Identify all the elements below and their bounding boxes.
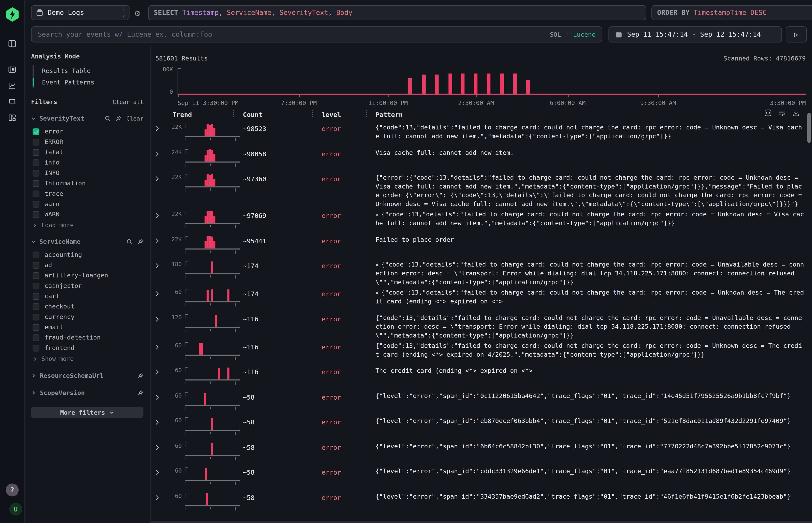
run-query-button[interactable]: ▷ <box>785 26 807 42</box>
severity-clear-link[interactable]: Clear <box>126 115 143 122</box>
filter-option-cainjector[interactable]: cainjector <box>31 281 143 291</box>
pattern-row[interactable]: 60 ~58 error {"level":"error","span_id":… <box>151 440 812 466</box>
filter-option-information[interactable]: Information <box>31 178 143 188</box>
filter-option-error[interactable]: error <box>31 126 143 137</box>
row-expand-chevron[interactable] <box>155 366 165 375</box>
row-expand-chevron[interactable] <box>155 288 165 297</box>
histogram-bar[interactable] <box>474 74 478 94</box>
text-wrap-icon[interactable] <box>778 109 785 116</box>
row-expand-chevron[interactable] <box>155 235 165 244</box>
pattern-row[interactable]: 60 ~58 error {"level":"error","span_id":… <box>151 415 812 440</box>
pattern-cell[interactable]: Visa cache full: cannot add new item. <box>375 148 805 157</box>
histogram-bar[interactable] <box>422 74 426 94</box>
filter-option-fraud-detection[interactable]: fraud-detection <box>31 332 143 343</box>
pattern-cell[interactable]: {"level":"error","span_id":"334357bae9ed… <box>375 491 805 501</box>
filter-option-checkout[interactable]: checkout <box>31 301 143 311</box>
histogram-bar[interactable] <box>487 74 490 94</box>
filter-option-info[interactable]: INFO <box>31 168 143 178</box>
pattern-cell[interactable]: {"code":13,"details":"failed to charge c… <box>375 123 805 141</box>
checkbox[interactable] <box>33 345 39 351</box>
pattern-row[interactable]: 22K ~98523 error {"code":13,"details":"f… <box>151 122 812 147</box>
histogram-bar[interactable] <box>500 74 504 94</box>
checkbox[interactable] <box>33 334 39 341</box>
row-expand-chevron[interactable] <box>155 491 165 501</box>
histogram-bar[interactable] <box>513 74 517 94</box>
checkbox[interactable] <box>33 313 39 320</box>
clear-all-filters-link[interactable]: Clear all <box>112 98 143 105</box>
row-expand-chevron[interactable] <box>155 466 165 475</box>
resourceschemaurl-group-header[interactable]: ResourceSchemaUrl <box>31 372 143 379</box>
dismiss-x-mark[interactable]: ✕ <box>375 290 378 295</box>
row-expand-chevron[interactable] <box>155 416 165 426</box>
pattern-row[interactable]: 60 ~174 error ✕{"code":13,"details":"fai… <box>151 287 812 312</box>
severity-load-more[interactable]: Load more <box>31 220 143 229</box>
pattern-cell[interactable]: {"code":13,"details":"failed to charge c… <box>375 341 805 359</box>
filter-option-error[interactable]: ERROR <box>31 137 143 147</box>
histogram-plot[interactable] <box>178 68 806 95</box>
severity-group-name[interactable]: SeverityText <box>39 115 84 122</box>
source-settings-gear-icon[interactable]: ⚙ <box>135 8 144 18</box>
filter-option-artillery-loadgen[interactable]: artillery-loadgen <box>31 270 143 281</box>
row-expand-chevron[interactable] <box>155 313 165 322</box>
service-show-more[interactable]: Show more <box>31 353 143 362</box>
orderby-editor[interactable]: ORDER BY TimestampTime DESC <box>651 5 812 20</box>
pin-icon[interactable] <box>137 373 143 379</box>
filter-option-cart[interactable]: cart <box>31 291 143 301</box>
pattern-row[interactable]: 24K ~98058 error Visa cache full: cannot… <box>151 147 812 172</box>
service-group-name[interactable]: ServiceName <box>39 238 81 246</box>
pattern-row[interactable]: 60 ~58 error {"level":"error","span_id":… <box>151 490 812 516</box>
pattern-cell[interactable]: ✕{"code":13,"details":"failed to charge … <box>375 210 805 228</box>
row-expand-chevron[interactable] <box>155 123 165 132</box>
more-filters-button[interactable]: More filters <box>31 407 143 418</box>
pattern-row[interactable]: 60 ~116 error The credit card (ending <*… <box>151 365 812 390</box>
filter-option-trace[interactable]: trace <box>31 188 143 199</box>
user-avatar[interactable]: U <box>9 503 22 516</box>
col-pattern[interactable]: Pattern <box>375 111 805 119</box>
pattern-cell[interactable]: {"level":"error","span_id":"eb870ecef063… <box>375 416 805 426</box>
checkbox[interactable] <box>33 262 39 268</box>
checkbox[interactable] <box>33 159 39 166</box>
horizontal-scrollbar-track[interactable] <box>151 521 812 523</box>
pattern-row[interactable]: 22K ~95441 error Failed to place order <box>151 234 812 259</box>
toggle-lucene[interactable]: Lucene <box>573 31 595 38</box>
pattern-cell[interactable]: {"level":"error","span_id":"cddc331329e6… <box>375 466 805 475</box>
checkbox[interactable] <box>33 201 39 207</box>
filter-option-email[interactable]: email <box>31 322 143 332</box>
hyperdx-logo-icon[interactable] <box>5 7 19 22</box>
histogram-bar[interactable] <box>435 75 439 94</box>
sessions-icon[interactable] <box>7 96 17 107</box>
service-pin-icon[interactable] <box>137 239 143 245</box>
service-group-header[interactable]: ServiceName <box>31 238 143 246</box>
checkbox[interactable] <box>33 128 39 135</box>
pattern-row[interactable]: 60 ~116 error {"code":13,"details":"fail… <box>151 340 812 365</box>
analysis-mode-event-patterns[interactable]: Event Patterns <box>34 77 143 88</box>
checkbox[interactable] <box>33 169 39 176</box>
pattern-cell[interactable]: ✕{"code":13,"details":"failed to charge … <box>375 260 805 287</box>
filter-option-fatal[interactable]: fatal <box>31 147 143 157</box>
filter-option-info[interactable]: info <box>31 158 143 168</box>
help-button[interactable]: ? <box>6 484 19 497</box>
select-clause-editor[interactable]: SELECT Timestamp, ServiceName, SeverityT… <box>148 5 646 20</box>
service-search-icon[interactable] <box>126 239 133 245</box>
checkbox[interactable] <box>33 272 39 278</box>
vertical-scrollbar-thumb[interactable] <box>807 113 811 143</box>
dismiss-x-mark[interactable]: ✕ <box>375 212 378 217</box>
row-expand-chevron[interactable] <box>155 260 165 269</box>
row-expand-chevron[interactable] <box>155 148 165 157</box>
pattern-cell[interactable]: The credit card (ending <*> expired on <… <box>375 366 805 375</box>
chart-explorer-icon[interactable] <box>7 80 17 91</box>
collapse-sidebar-icon[interactable] <box>7 38 17 49</box>
severity-group-header[interactable]: SeverityText Clear <box>31 115 143 122</box>
checkbox[interactable] <box>33 293 39 300</box>
pin-icon[interactable] <box>137 390 143 396</box>
dismiss-x-mark[interactable]: ✕ <box>375 262 378 268</box>
filter-option-accounting[interactable]: accounting <box>31 250 143 260</box>
severity-search-icon[interactable] <box>105 115 111 122</box>
checkbox[interactable] <box>33 324 39 330</box>
pattern-cell[interactable]: ✕{"code":13,"details":"failed to charge … <box>375 288 805 306</box>
checkbox[interactable] <box>33 149 39 156</box>
time-range-picker[interactable]: Sep 11 15:47:14 - Sep 12 15:47:14 <box>608 26 782 42</box>
pattern-row[interactable]: 120 ~116 error {"code":13,"details":"fai… <box>151 312 812 340</box>
pattern-row[interactable]: 60 ~58 error {"level":"error","span_id":… <box>151 390 812 415</box>
view-source-code-icon[interactable] <box>764 109 772 116</box>
